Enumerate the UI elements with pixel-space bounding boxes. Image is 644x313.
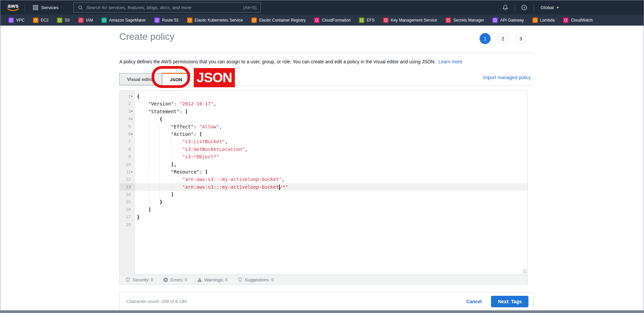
gutter-line-number[interactable]: 13	[120, 183, 135, 191]
gutter-line-number[interactable]: 8	[120, 146, 135, 153]
tab-visual-editor[interactable]: Visual editor	[119, 73, 162, 85]
region-label: Global	[541, 5, 554, 10]
cloudformation-service-icon	[314, 18, 319, 23]
fold-arrow-icon[interactable]: ▾	[131, 170, 135, 174]
region-selector[interactable]: Global ▼	[534, 5, 566, 10]
tab-json[interactable]: JSON	[162, 73, 190, 86]
favorites-item-s3[interactable]: S3	[57, 18, 70, 23]
favorites-item-efs[interactable]: EFS	[359, 18, 374, 23]
favorites-item-label: Secrets Manager	[453, 18, 484, 23]
editor-line-1[interactable]: 1▾{	[120, 93, 527, 100]
next-tags-button[interactable]: Next: Tags	[491, 296, 528, 307]
nav-right: ? Global ▼	[496, 0, 566, 14]
gutter-line-number[interactable]: 5	[120, 123, 135, 130]
aws-logo[interactable]: aws	[7, 3, 19, 11]
gutter-line-number[interactable]: 4▾	[120, 115, 135, 123]
favorites-item-route-53[interactable]: Route 53	[154, 18, 179, 23]
editor-line-14[interactable]: 14]	[120, 191, 527, 198]
gutter-line-number[interactable]: 11▾	[120, 168, 135, 176]
code-text: "s3:*Object*"	[135, 153, 527, 160]
favorites-item-label: EC2	[41, 18, 49, 23]
editor-line-12[interactable]: 12"arn:aws:s3:::my-activeloop-bucket",	[120, 176, 527, 183]
favorites-item-key-management-service[interactable]: Key Management Service	[383, 18, 437, 23]
code-text: }	[135, 213, 527, 221]
gutter-line-number[interactable]: 12	[120, 176, 135, 183]
gutter-line-number[interactable]: 9	[120, 153, 135, 160]
favorites-item-lambda[interactable]: Lambda	[532, 18, 555, 23]
description-text: A policy defines the AWS permissions tha…	[119, 59, 436, 64]
editor-line-5[interactable]: 5"Effect": "Allow",	[120, 123, 527, 130]
notifications-bell-icon[interactable]	[496, 0, 515, 14]
editor-line-7[interactable]: 7"s3:ListBucket",	[120, 138, 527, 145]
aws-logo-text: aws	[7, 3, 19, 8]
code-text: "Statement": [	[135, 108, 527, 115]
favorites-item-label: Lambda	[540, 18, 555, 23]
svg-text:?: ?	[523, 6, 525, 9]
help-icon[interactable]: ?	[515, 0, 533, 14]
favorites-item-iam[interactable]: IAM	[78, 18, 93, 23]
favorites-item-api-gateway[interactable]: API Gateway	[492, 18, 524, 23]
resize-handle[interactable]	[523, 269, 527, 273]
editor-line-8[interactable]: 8"s3:GetBucketLocation",	[120, 146, 527, 153]
editor-line-16[interactable]: 16]	[120, 206, 527, 213]
editor-status-bar: Security: 0 Errors: 0 Warnings: 0 Sugges…	[119, 275, 528, 285]
editor-line-17[interactable]: 17}	[120, 213, 527, 221]
gutter-line-number[interactable]: 6▾	[120, 130, 135, 138]
editor-line-15[interactable]: 15}	[120, 198, 527, 206]
fold-arrow-icon[interactable]: ▾	[131, 95, 135, 98]
efs-service-icon	[359, 18, 364, 23]
learn-more-link[interactable]: Learn more	[438, 59, 463, 64]
favorites-item-elastic-kubernetes-service[interactable]: Elastic Kubernetes Service	[187, 18, 243, 23]
favorites-item-ec2[interactable]: EC2	[33, 18, 49, 23]
editor-line-6[interactable]: 6▾"Action": [	[120, 130, 527, 138]
code-text: {	[135, 115, 527, 123]
search-shortcut-hint: [Alt+S]	[243, 5, 256, 10]
editor-line-18[interactable]: 18	[120, 221, 527, 228]
favorites-item-label: IAM	[86, 18, 93, 23]
services-menu-button[interactable]: Services	[30, 0, 62, 14]
gutter-line-number[interactable]: 18	[120, 221, 135, 228]
gutter-line-number[interactable]: 2	[120, 100, 135, 107]
character-count: Character count: 208 of 6,144.	[126, 299, 188, 304]
editor-line-11[interactable]: 11▾"Resource": [	[120, 168, 527, 176]
footer: Character count: 208 of 6,144. Cancel Ne…	[119, 292, 533, 313]
key-management-service-service-icon	[383, 18, 389, 23]
favorites-item-elastic-container-registry[interactable]: Elastic Container Registry	[251, 18, 306, 23]
fold-arrow-icon[interactable]: ▾	[131, 110, 135, 113]
editor-line-9[interactable]: 9"s3:*Object*"	[120, 153, 527, 160]
gutter-line-number[interactable]: 7	[120, 138, 135, 145]
step-circle-1[interactable]: 1	[480, 33, 491, 44]
step-circle-2[interactable]: 2	[497, 33, 509, 44]
step-circle-3[interactable]: 3	[515, 33, 526, 44]
favorites-item-cloudformation[interactable]: CloudFormation	[314, 18, 350, 23]
search-input[interactable]: Search for services, features, blogs, do…	[73, 2, 261, 12]
gutter-line-number[interactable]: 16	[120, 206, 135, 213]
import-managed-policy-link[interactable]: Import managed policy	[483, 75, 531, 80]
editor-line-2[interactable]: 2"Version": "2012-10-17",	[120, 100, 527, 107]
gutter-line-number[interactable]: 14	[120, 191, 135, 198]
editor-line-10[interactable]: 10],	[120, 161, 527, 168]
gutter-line-number[interactable]: 3▾	[120, 108, 135, 115]
shield-icon	[125, 277, 130, 282]
gutter-line-number[interactable]: 10	[120, 161, 135, 168]
cancel-button[interactable]: Cancel	[466, 299, 482, 304]
code-text: "s3:ListBucket",	[135, 138, 527, 145]
gutter-line-number[interactable]: 15	[120, 198, 135, 206]
fold-arrow-icon[interactable]: ▾	[131, 133, 135, 136]
editor-line-4[interactable]: 4▾{	[120, 115, 527, 123]
favorites-item-secrets-manager[interactable]: Secrets Manager	[446, 18, 484, 23]
code-text: "Version": "2012-10-17",	[135, 100, 527, 107]
ec2-service-icon	[33, 18, 38, 23]
favorites-item-amazon-sagemaker[interactable]: Amazon SageMaker	[101, 18, 146, 23]
status-security: Security: 0	[125, 277, 153, 282]
favorites-item-label: Amazon SageMaker	[109, 18, 146, 23]
gutter-line-number[interactable]: 1▾	[120, 93, 135, 100]
code-text: "s3:GetBucketLocation",	[135, 146, 527, 153]
favorites-item-vpc[interactable]: VPC	[8, 18, 25, 23]
editor-line-3[interactable]: 3▾"Statement": [	[120, 108, 527, 115]
fold-arrow-icon[interactable]: ▾	[131, 118, 135, 121]
json-editor[interactable]: 1▾{2"Version": "2012-10-17",3▾"Statement…	[119, 90, 528, 274]
favorites-item-cloudwatch[interactable]: CloudWatch	[563, 18, 593, 23]
gutter-line-number[interactable]: 17	[120, 213, 135, 221]
editor-line-13[interactable]: 13"arn:aws:s3:::my-activeloop-bucket/*"	[120, 183, 527, 191]
